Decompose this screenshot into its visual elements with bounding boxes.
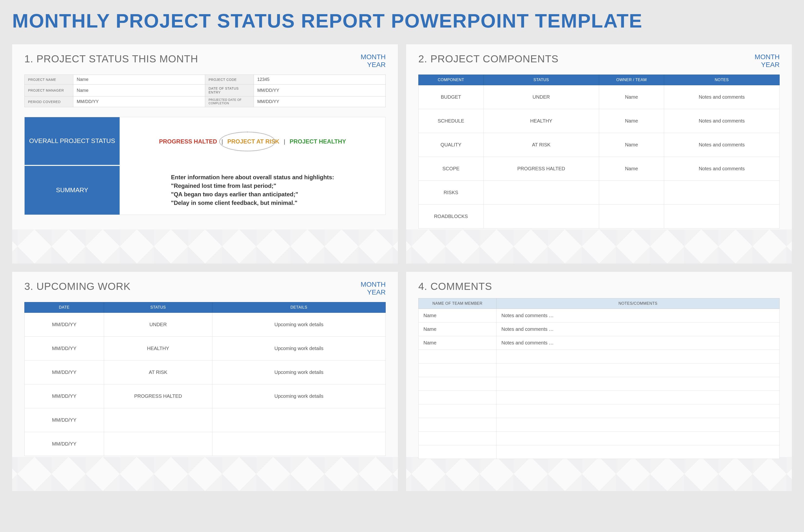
- val-project-name[interactable]: Name: [73, 75, 205, 84]
- notes-cell[interactable]: [497, 377, 780, 391]
- status-cell[interactable]: [483, 181, 599, 205]
- owner-cell[interactable]: Name: [599, 157, 664, 181]
- notes-cell[interactable]: [497, 418, 780, 432]
- summary-text[interactable]: Enter information here about overall sta…: [119, 166, 386, 215]
- member-cell[interactable]: [418, 418, 497, 432]
- val-project-code[interactable]: 12345: [254, 75, 386, 84]
- notes-cell[interactable]: Notes and comments: [664, 133, 779, 157]
- details-cell[interactable]: Upcoming work details: [212, 361, 386, 384]
- status-cell[interactable]: UNDER: [104, 313, 212, 337]
- notes-cell[interactable]: Notes and comments: [664, 85, 779, 109]
- slide2-title: 2. PROJECT COMPONENTS: [418, 53, 559, 65]
- lbl-date-entry: DATE OF STATUS ENTRY: [205, 84, 254, 96]
- table-row: SCOPEPROGRESS HALTEDNameNotes and commen…: [418, 157, 780, 181]
- date-cell[interactable]: MM/DD/YY: [25, 432, 104, 456]
- overall-status-options[interactable]: PROGRESS HALTED | PROJECT AT RISK | PROJ…: [119, 117, 386, 166]
- date-cell[interactable]: MM/DD/YY: [25, 361, 104, 384]
- lbl-project-code: PROJECT CODE: [205, 75, 254, 84]
- notes-cell[interactable]: [497, 432, 780, 445]
- member-cell[interactable]: Name: [418, 309, 497, 323]
- member-cell[interactable]: [418, 404, 497, 418]
- date-cell[interactable]: MM/DD/YY: [25, 384, 104, 408]
- slide-comments: 4. COMMENTS NAME OF TEAM MEMBER NOTES/CO…: [406, 272, 792, 491]
- table-row: RISKS: [418, 181, 780, 205]
- hdr-component: COMPONENT: [418, 75, 484, 85]
- notes-cell[interactable]: [664, 205, 779, 228]
- status-cell[interactable]: UNDER: [483, 85, 599, 109]
- notes-cell[interactable]: [664, 181, 779, 205]
- slide-project-status: 1. PROJECT STATUS THIS MONTH MONTH YEAR …: [12, 44, 398, 264]
- member-cell[interactable]: [418, 432, 497, 445]
- notes-cell[interactable]: Notes and comments: [664, 109, 779, 133]
- status-cell[interactable]: PROGRESS HALTED: [483, 157, 599, 181]
- val-date-entry[interactable]: MM/DD/YY: [254, 84, 386, 96]
- slide3-title: 3. UPCOMING WORK: [24, 281, 131, 292]
- selected-ellipse-icon: [219, 132, 275, 151]
- member-cell[interactable]: [418, 350, 497, 363]
- slide-upcoming-work: 3. UPCOMING WORK MONTH YEAR DATE STATUS …: [12, 272, 398, 491]
- lbl-period: PERIOD COVERED: [25, 96, 73, 107]
- status-block: OVERALL PROJECT STATUS PROGRESS HALTED |…: [24, 117, 386, 215]
- table-row: [418, 363, 780, 377]
- date-cell[interactable]: MM/DD/YY: [25, 337, 104, 361]
- val-project-manager[interactable]: Name: [73, 84, 205, 96]
- member-cell[interactable]: [418, 363, 497, 377]
- notes-cell[interactable]: [497, 391, 780, 404]
- status-cell[interactable]: AT RISK: [483, 133, 599, 157]
- table-row: [418, 445, 780, 459]
- slide2-monthyear: MONTH YEAR: [754, 53, 780, 69]
- date-cell[interactable]: MM/DD/YY: [25, 313, 104, 337]
- status-cell[interactable]: [104, 432, 212, 456]
- year-label: YEAR: [360, 61, 386, 69]
- status-healthy[interactable]: PROJECT HEALTHY: [290, 138, 346, 145]
- val-period[interactable]: MM/DD/YY: [73, 96, 205, 107]
- hdr-status: STATUS: [483, 75, 599, 85]
- details-cell[interactable]: Upcoming work details: [212, 313, 386, 337]
- component-cell: BUDGET: [418, 85, 484, 109]
- owner-cell[interactable]: Name: [599, 109, 664, 133]
- notes-cell[interactable]: [497, 350, 780, 363]
- upcoming-table: DATE STATUS DETAILS MM/DD/YYUNDERUpcomin…: [24, 302, 386, 456]
- member-cell[interactable]: Name: [418, 323, 497, 336]
- status-halted[interactable]: PROGRESS HALTED: [159, 138, 217, 145]
- status-cell[interactable]: PROGRESS HALTED: [104, 384, 212, 408]
- owner-cell[interactable]: Name: [599, 85, 664, 109]
- notes-cell[interactable]: Notes and comments …: [497, 323, 780, 336]
- notes-cell[interactable]: Notes and comments …: [497, 309, 780, 323]
- status-cell[interactable]: HEALTHY: [483, 109, 599, 133]
- status-cell[interactable]: [104, 408, 212, 432]
- notes-cell[interactable]: [497, 404, 780, 418]
- table-row: ROADBLOCKS: [418, 205, 780, 228]
- notes-cell[interactable]: Notes and comments: [664, 157, 779, 181]
- date-cell[interactable]: MM/DD/YY: [25, 408, 104, 432]
- owner-cell[interactable]: [599, 181, 664, 205]
- component-cell: SCOPE: [418, 157, 484, 181]
- member-cell[interactable]: Name: [418, 336, 497, 350]
- hdr-owner: OWNER / TEAM: [599, 75, 664, 85]
- details-cell[interactable]: [212, 408, 386, 432]
- val-projected-date[interactable]: MM/DD/YY: [254, 96, 386, 107]
- table-row: NameNotes and comments …: [418, 323, 780, 336]
- member-cell[interactable]: [418, 445, 497, 459]
- owner-cell[interactable]: Name: [599, 133, 664, 157]
- details-cell[interactable]: Upcoming work details: [212, 337, 386, 361]
- status-cell[interactable]: HEALTHY: [104, 337, 212, 361]
- table-row: [418, 377, 780, 391]
- details-cell[interactable]: [212, 432, 386, 456]
- components-table: COMPONENT STATUS OWNER / TEAM NOTES BUDG…: [418, 75, 780, 228]
- notes-cell[interactable]: [497, 363, 780, 377]
- table-row: NameNotes and comments …: [418, 336, 780, 350]
- year-label: YEAR: [754, 61, 780, 69]
- notes-cell[interactable]: [497, 445, 780, 459]
- lbl-project-name: PROJECT NAME: [25, 75, 73, 84]
- status-cell[interactable]: AT RISK: [104, 361, 212, 384]
- notes-cell[interactable]: Notes and comments …: [497, 336, 780, 350]
- separator: |: [284, 138, 285, 145]
- owner-cell[interactable]: [599, 205, 664, 228]
- status-cell[interactable]: [483, 205, 599, 228]
- member-cell[interactable]: [418, 391, 497, 404]
- table-row: [418, 350, 780, 363]
- details-cell[interactable]: Upcoming work details: [212, 384, 386, 408]
- member-cell[interactable]: [418, 377, 497, 391]
- table-row: QUALITYAT RISKNameNotes and comments: [418, 133, 780, 157]
